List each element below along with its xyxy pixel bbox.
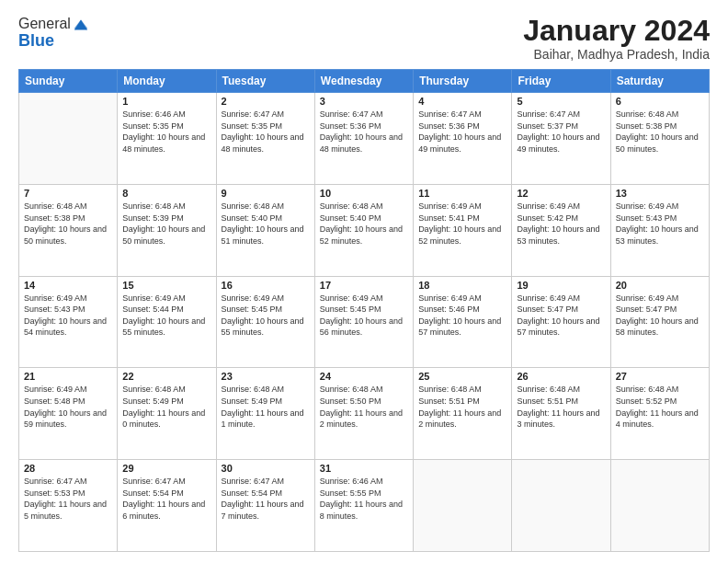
calendar-week-row: 28Sunrise: 6:47 AM Sunset: 5:53 PM Dayli… bbox=[19, 460, 710, 552]
calendar-cell: 6Sunrise: 6:48 AM Sunset: 5:38 PM Daylig… bbox=[610, 93, 709, 185]
calendar-cell: 13Sunrise: 6:49 AM Sunset: 5:43 PM Dayli… bbox=[610, 184, 709, 276]
day-info: Sunrise: 6:49 AM Sunset: 5:47 PM Dayligh… bbox=[616, 293, 704, 339]
weekday-header-row: SundayMondayTuesdayWednesdayThursdayFrid… bbox=[19, 70, 710, 93]
day-number: 9 bbox=[222, 188, 310, 199]
day-number: 18 bbox=[418, 280, 506, 291]
day-number: 24 bbox=[320, 371, 408, 382]
day-info: Sunrise: 6:47 AM Sunset: 5:36 PM Dayligh… bbox=[320, 109, 408, 155]
day-number: 28 bbox=[24, 463, 112, 474]
day-info: Sunrise: 6:48 AM Sunset: 5:52 PM Dayligh… bbox=[616, 384, 704, 430]
day-number: 3 bbox=[320, 96, 408, 107]
day-number: 12 bbox=[517, 188, 605, 199]
day-number: 17 bbox=[320, 280, 408, 291]
weekday-header: Sunday bbox=[19, 70, 118, 93]
calendar-cell: 11Sunrise: 6:49 AM Sunset: 5:41 PM Dayli… bbox=[414, 184, 512, 276]
calendar-cell: 31Sunrise: 6:46 AM Sunset: 5:55 PM Dayli… bbox=[314, 460, 413, 552]
calendar-cell: 19Sunrise: 6:49 AM Sunset: 5:47 PM Dayli… bbox=[512, 276, 610, 368]
day-info: Sunrise: 6:49 AM Sunset: 5:42 PM Dayligh… bbox=[517, 201, 605, 247]
day-info: Sunrise: 6:48 AM Sunset: 5:40 PM Dayligh… bbox=[320, 201, 408, 247]
weekday-header: Saturday bbox=[610, 70, 709, 93]
day-info: Sunrise: 6:49 AM Sunset: 5:46 PM Dayligh… bbox=[418, 293, 506, 339]
logo-general-text: General bbox=[18, 16, 71, 32]
day-number: 4 bbox=[418, 96, 506, 107]
day-number: 31 bbox=[320, 463, 408, 474]
day-info: Sunrise: 6:49 AM Sunset: 5:43 PM Dayligh… bbox=[616, 201, 704, 247]
day-info: Sunrise: 6:46 AM Sunset: 5:35 PM Dayligh… bbox=[122, 109, 210, 155]
month-title: January 2024 bbox=[523, 15, 710, 47]
calendar-week-row: 14Sunrise: 6:49 AM Sunset: 5:43 PM Dayli… bbox=[19, 276, 710, 368]
day-number: 22 bbox=[122, 371, 210, 382]
title-block: January 2024 Baihar, Madhya Pradesh, Ind… bbox=[523, 15, 710, 62]
day-info: Sunrise: 6:48 AM Sunset: 5:49 PM Dayligh… bbox=[222, 384, 310, 430]
calendar-cell bbox=[19, 93, 118, 185]
day-info: Sunrise: 6:48 AM Sunset: 5:50 PM Dayligh… bbox=[320, 384, 408, 430]
calendar-cell: 4Sunrise: 6:47 AM Sunset: 5:36 PM Daylig… bbox=[414, 93, 512, 185]
day-number: 20 bbox=[616, 280, 704, 291]
day-info: Sunrise: 6:48 AM Sunset: 5:51 PM Dayligh… bbox=[418, 384, 506, 430]
calendar-cell: 21Sunrise: 6:49 AM Sunset: 5:48 PM Dayli… bbox=[19, 368, 118, 460]
day-info: Sunrise: 6:49 AM Sunset: 5:45 PM Dayligh… bbox=[320, 293, 408, 339]
page: General Blue January 2024 Baihar, Madhya… bbox=[0, 0, 728, 563]
calendar-cell: 9Sunrise: 6:48 AM Sunset: 5:40 PM Daylig… bbox=[216, 184, 314, 276]
calendar-cell: 12Sunrise: 6:49 AM Sunset: 5:42 PM Dayli… bbox=[512, 184, 610, 276]
calendar-cell bbox=[512, 460, 610, 552]
day-info: Sunrise: 6:49 AM Sunset: 5:44 PM Dayligh… bbox=[122, 293, 210, 339]
day-info: Sunrise: 6:49 AM Sunset: 5:41 PM Dayligh… bbox=[418, 201, 506, 247]
calendar-cell: 27Sunrise: 6:48 AM Sunset: 5:52 PM Dayli… bbox=[610, 368, 709, 460]
calendar-week-row: 21Sunrise: 6:49 AM Sunset: 5:48 PM Dayli… bbox=[19, 368, 710, 460]
calendar-cell: 10Sunrise: 6:48 AM Sunset: 5:40 PM Dayli… bbox=[314, 184, 413, 276]
calendar-table: SundayMondayTuesdayWednesdayThursdayFrid… bbox=[18, 69, 710, 552]
calendar-cell: 17Sunrise: 6:49 AM Sunset: 5:45 PM Dayli… bbox=[314, 276, 413, 368]
weekday-header: Wednesday bbox=[314, 70, 413, 93]
day-number: 10 bbox=[320, 188, 408, 199]
calendar-cell: 3Sunrise: 6:47 AM Sunset: 5:36 PM Daylig… bbox=[314, 93, 413, 185]
day-info: Sunrise: 6:49 AM Sunset: 5:43 PM Dayligh… bbox=[24, 293, 112, 339]
weekday-header: Friday bbox=[512, 70, 610, 93]
day-number: 6 bbox=[616, 96, 704, 107]
day-info: Sunrise: 6:47 AM Sunset: 5:35 PM Dayligh… bbox=[222, 109, 310, 155]
day-number: 29 bbox=[122, 463, 210, 474]
day-number: 5 bbox=[517, 96, 605, 107]
calendar-cell: 8Sunrise: 6:48 AM Sunset: 5:39 PM Daylig… bbox=[118, 184, 216, 276]
calendar-cell: 16Sunrise: 6:49 AM Sunset: 5:45 PM Dayli… bbox=[216, 276, 314, 368]
calendar-cell: 5Sunrise: 6:47 AM Sunset: 5:37 PM Daylig… bbox=[512, 93, 610, 185]
logo: General Blue bbox=[18, 15, 89, 51]
day-info: Sunrise: 6:49 AM Sunset: 5:45 PM Dayligh… bbox=[222, 293, 310, 339]
calendar-cell: 30Sunrise: 6:47 AM Sunset: 5:54 PM Dayli… bbox=[216, 460, 314, 552]
day-info: Sunrise: 6:48 AM Sunset: 5:51 PM Dayligh… bbox=[517, 384, 605, 430]
calendar-cell: 26Sunrise: 6:48 AM Sunset: 5:51 PM Dayli… bbox=[512, 368, 610, 460]
calendar-cell: 28Sunrise: 6:47 AM Sunset: 5:53 PM Dayli… bbox=[19, 460, 118, 552]
day-number: 14 bbox=[24, 280, 112, 291]
location: Baihar, Madhya Pradesh, India bbox=[523, 47, 710, 62]
day-number: 16 bbox=[222, 280, 310, 291]
weekday-header: Monday bbox=[118, 70, 216, 93]
day-number: 11 bbox=[418, 188, 506, 199]
calendar-week-row: 7Sunrise: 6:48 AM Sunset: 5:38 PM Daylig… bbox=[19, 184, 710, 276]
calendar-cell: 22Sunrise: 6:48 AM Sunset: 5:49 PM Dayli… bbox=[118, 368, 216, 460]
day-number: 26 bbox=[517, 371, 605, 382]
calendar-cell: 2Sunrise: 6:47 AM Sunset: 5:35 PM Daylig… bbox=[216, 93, 314, 185]
day-info: Sunrise: 6:46 AM Sunset: 5:55 PM Dayligh… bbox=[320, 476, 408, 522]
day-number: 7 bbox=[24, 188, 112, 199]
day-number: 1 bbox=[122, 96, 210, 107]
day-number: 23 bbox=[222, 371, 310, 382]
day-info: Sunrise: 6:49 AM Sunset: 5:47 PM Dayligh… bbox=[517, 293, 605, 339]
calendar-cell: 25Sunrise: 6:48 AM Sunset: 5:51 PM Dayli… bbox=[414, 368, 512, 460]
day-number: 30 bbox=[222, 463, 310, 474]
day-number: 15 bbox=[122, 280, 210, 291]
day-info: Sunrise: 6:49 AM Sunset: 5:48 PM Dayligh… bbox=[24, 384, 112, 430]
calendar-cell: 20Sunrise: 6:49 AM Sunset: 5:47 PM Dayli… bbox=[610, 276, 709, 368]
day-info: Sunrise: 6:47 AM Sunset: 5:53 PM Dayligh… bbox=[24, 476, 112, 522]
calendar-cell: 14Sunrise: 6:49 AM Sunset: 5:43 PM Dayli… bbox=[19, 276, 118, 368]
day-info: Sunrise: 6:47 AM Sunset: 5:54 PM Dayligh… bbox=[222, 476, 310, 522]
day-info: Sunrise: 6:48 AM Sunset: 5:39 PM Dayligh… bbox=[122, 201, 210, 247]
calendar-cell: 24Sunrise: 6:48 AM Sunset: 5:50 PM Dayli… bbox=[314, 368, 413, 460]
calendar-week-row: 1Sunrise: 6:46 AM Sunset: 5:35 PM Daylig… bbox=[19, 93, 710, 185]
day-number: 27 bbox=[616, 371, 704, 382]
day-number: 25 bbox=[418, 371, 506, 382]
calendar-cell: 7Sunrise: 6:48 AM Sunset: 5:38 PM Daylig… bbox=[19, 184, 118, 276]
logo-blue-text: Blue bbox=[18, 31, 89, 51]
calendar-cell bbox=[610, 460, 709, 552]
day-info: Sunrise: 6:47 AM Sunset: 5:54 PM Dayligh… bbox=[122, 476, 210, 522]
header: General Blue January 2024 Baihar, Madhya… bbox=[18, 15, 710, 62]
